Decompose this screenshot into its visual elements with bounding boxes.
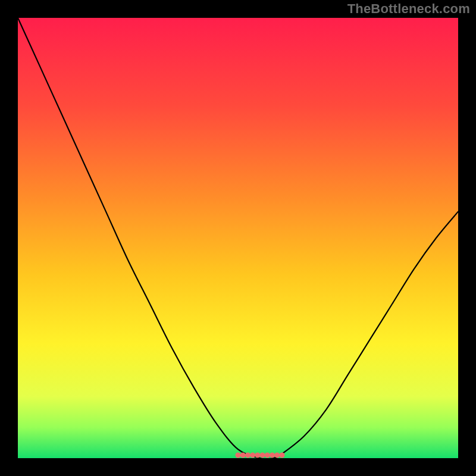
gradient-background (18, 18, 458, 458)
chart-frame: TheBottleneck.com (0, 0, 476, 476)
watermark-text: TheBottleneck.com (347, 1, 470, 17)
plot-area (18, 18, 458, 458)
bottleneck-chart (18, 18, 458, 458)
